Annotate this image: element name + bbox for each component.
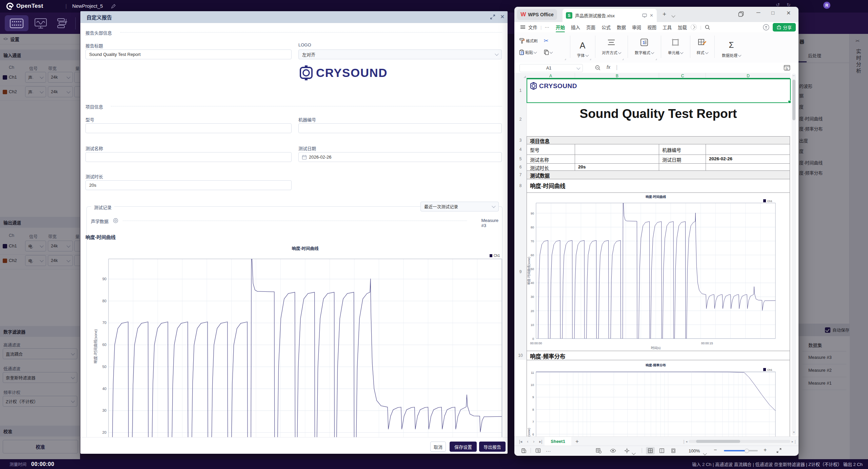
- model-input[interactable]: [85, 123, 292, 133]
- channels-view-button[interactable]: [5, 15, 28, 31]
- scroll-down-icon[interactable]: ▼: [793, 431, 795, 433]
- page-break-view-button[interactable]: [657, 447, 666, 454]
- insert-function-icon[interactable]: fx: [784, 64, 790, 71]
- select-all-corner[interactable]: [514, 73, 527, 79]
- page-layout-view-button[interactable]: [669, 447, 678, 454]
- wps-home-button[interactable]: W WPS Office: [517, 9, 557, 20]
- cell-c4[interactable]: 机器编号: [662, 146, 681, 153]
- group-expand-icon[interactable]: ⌟: [622, 57, 624, 60]
- row-header-7[interactable]: 7: [514, 170, 527, 179]
- minimize-window-icon[interactable]: ─: [756, 9, 760, 16]
- cancel-button[interactable]: 取消: [430, 442, 446, 452]
- maximize-window-icon[interactable]: □: [771, 10, 774, 16]
- menu-overflow-icon[interactable]: [691, 24, 697, 30]
- reading-mode-icon[interactable]: [610, 449, 616, 453]
- cell-reference-box[interactable]: A1: [519, 64, 583, 72]
- paste-button[interactable]: 粘贴: [519, 49, 536, 55]
- menu-item[interactable]: 插入: [568, 24, 583, 30]
- rename-project-icon[interactable]: [111, 4, 116, 9]
- row-header-1[interactable]: 1: [514, 79, 527, 102]
- normal-view-button[interactable]: [646, 447, 655, 454]
- fill-handle[interactable]: [788, 100, 791, 103]
- zoom-in-icon[interactable]: +: [764, 447, 767, 453]
- zoom-slider[interactable]: [724, 450, 758, 451]
- acoustic-settings-icon[interactable]: [113, 218, 118, 223]
- align-group[interactable]: 对齐方式: [595, 35, 628, 55]
- cell-a6[interactable]: 测试时长: [530, 164, 549, 171]
- window-stack-icon[interactable]: [738, 11, 744, 17]
- h-scroll-thumb[interactable]: [696, 440, 740, 443]
- cell-c5[interactable]: 测试日期: [662, 156, 681, 163]
- cell-d5[interactable]: 2026-02-26: [709, 156, 732, 161]
- style-group[interactable]: 样式: [690, 35, 714, 55]
- cloud-upload-icon[interactable]: [763, 24, 769, 30]
- fullscreen-icon[interactable]: [776, 448, 782, 453]
- menu-item[interactable]: 视图: [644, 24, 659, 30]
- new-tab-icon[interactable]: +: [663, 11, 666, 18]
- cell-a5[interactable]: 测试名称: [530, 156, 549, 163]
- number-format-group[interactable]: 1 数字格式: [628, 35, 661, 55]
- close-tab-icon[interactable]: ✕: [650, 13, 653, 18]
- h-scrollbar[interactable]: |◂ ▸|: [683, 439, 796, 444]
- table-tools-icon[interactable]: [596, 448, 601, 453]
- menu-file[interactable]: 文件: [525, 24, 540, 30]
- tab-list-icon[interactable]: [672, 12, 675, 18]
- sequence-view-button[interactable]: [52, 15, 71, 31]
- cells-group[interactable]: 单元格: [661, 35, 690, 55]
- report-title-cell[interactable]: Sound Quality Test Report: [527, 107, 790, 121]
- last-sheet-icon[interactable]: ▸|: [539, 439, 542, 444]
- row-header-9[interactable]: 9: [514, 192, 527, 351]
- group-expand-icon[interactable]: ⌟: [565, 57, 566, 60]
- row-header-6[interactable]: 6: [514, 163, 527, 170]
- share-button[interactable]: 分享: [773, 23, 796, 32]
- menu-item[interactable]: 数据: [614, 24, 629, 30]
- row-header-4[interactable]: 4: [514, 144, 527, 155]
- menu-item[interactable]: 加载: [675, 24, 690, 30]
- row-header-8[interactable]: 8: [514, 179, 527, 192]
- add-sheet-icon[interactable]: +: [575, 438, 579, 445]
- group-expand-icon[interactable]: ⌟: [655, 57, 657, 60]
- expand-dialog-icon[interactable]: [490, 14, 495, 20]
- data-processing-group[interactable]: Σ 数据处理: [714, 35, 748, 58]
- font-group[interactable]: A 字体: [570, 35, 595, 58]
- menu-more-icon[interactable]: ⋯: [542, 24, 553, 30]
- export-report-button[interactable]: 导出报告: [479, 442, 506, 452]
- move-tool-chevron[interactable]: [632, 450, 635, 456]
- cell-a4[interactable]: 型号: [530, 146, 539, 153]
- menu-item[interactable]: 页面: [583, 24, 598, 30]
- close-dialog-icon[interactable]: ✕: [500, 14, 505, 20]
- cell-a8[interactable]: 响度-时间曲线: [530, 182, 566, 190]
- vertical-scrollbar[interactable]: ▼ ─: [792, 74, 796, 435]
- zoom-slider-knob[interactable]: [745, 449, 749, 453]
- project-name[interactable]: NewProject_5: [72, 3, 103, 9]
- cut-icon[interactable]: ✂: [544, 37, 549, 44]
- duration-input[interactable]: 20s: [85, 180, 292, 190]
- sheet-tab[interactable]: Sheet1: [545, 437, 571, 446]
- cell-a7[interactable]: 测试数据: [530, 172, 550, 179]
- move-tool-icon[interactable]: [624, 448, 630, 453]
- row-header-5[interactable]: 5: [514, 155, 527, 163]
- cell-a3[interactable]: 项目信息: [530, 137, 550, 144]
- zoom-chevron[interactable]: [704, 450, 706, 456]
- save-settings-button[interactable]: 保存设置: [450, 442, 477, 452]
- menu-home[interactable]: 开始: [553, 24, 568, 30]
- group-expand-icon[interactable]: ⌟: [590, 57, 591, 60]
- row-header-3[interactable]: 3: [514, 136, 527, 144]
- test-date-input[interactable]: 2026-02-26: [298, 152, 502, 162]
- wps-document-tab[interactable]: S 声品质测试报告.xlsx ✕: [563, 9, 657, 22]
- cast-icon[interactable]: [642, 14, 647, 18]
- scrollbar-thumb[interactable]: [792, 80, 795, 120]
- format-painter-button[interactable]: 格式刷: [519, 38, 538, 44]
- next-sheet-icon[interactable]: ›: [533, 439, 534, 444]
- macro-status-icon[interactable]: [521, 448, 527, 453]
- cell-b6[interactable]: 20s: [578, 164, 586, 169]
- logo-align-select[interactable]: 左对齐: [298, 49, 502, 59]
- scroll-left-icon[interactable]: ◂: [686, 440, 688, 443]
- test-name-input[interactable]: [85, 152, 292, 162]
- zoom-level[interactable]: 100%: [689, 448, 700, 453]
- outline-icon[interactable]: [535, 448, 541, 453]
- menu-item[interactable]: 公式: [598, 24, 614, 30]
- search-icon[interactable]: [705, 25, 710, 30]
- zoom-out-icon[interactable]: −: [714, 447, 717, 453]
- row-header-10[interactable]: 10: [514, 351, 527, 360]
